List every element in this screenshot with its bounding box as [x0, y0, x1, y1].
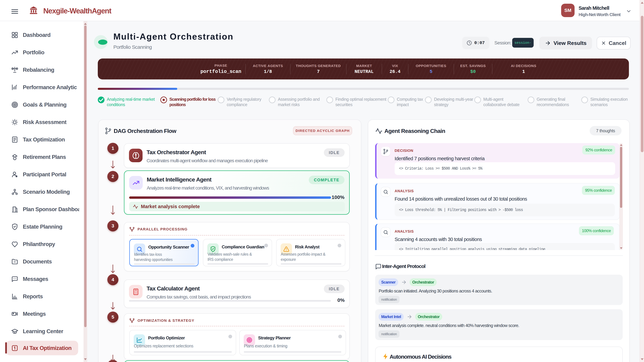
svg-text:k: k — [16, 176, 17, 177]
